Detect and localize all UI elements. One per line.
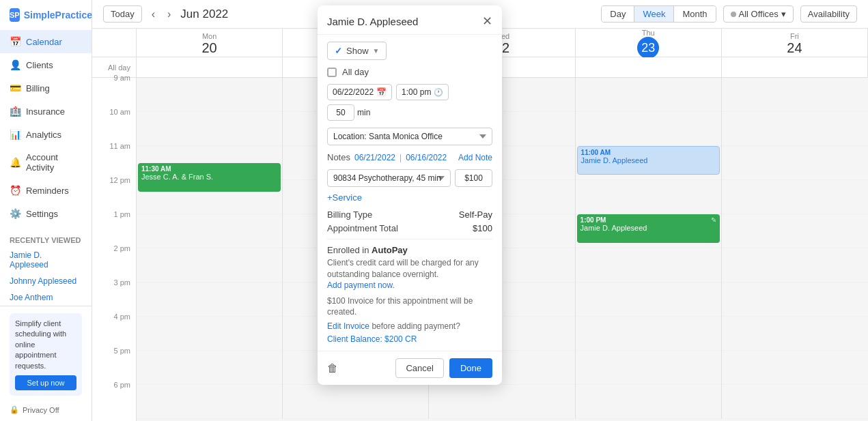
show-arrow-icon: ▼ <box>373 47 380 55</box>
recently-viewed-link-2[interactable]: Joe Anthem <box>0 289 92 306</box>
analytics-icon: 📊 <box>10 129 20 140</box>
hour-6-mon <box>137 385 282 419</box>
sidebar-item-calendar[interactable]: 📅 Calendar <box>0 30 92 53</box>
event-block-thu-1100[interactable]: 11:00 AM Jamie D. Appleseed <box>577 146 720 175</box>
location-row: Location: Santa Monica Office <box>327 128 492 145</box>
duration-input[interactable] <box>327 104 354 121</box>
done-button[interactable]: Done <box>449 358 492 378</box>
calendar-icon: 📅 <box>10 36 20 47</box>
time-5pm: 5 pm <box>92 351 136 385</box>
location-select[interactable]: Location: Santa Monica Office <box>327 128 492 145</box>
availability-button[interactable]: Availability <box>800 5 857 23</box>
calendar-title: Jun 2022 <box>180 8 228 21</box>
notes-date1-link[interactable]: 06/21/2022 <box>354 153 395 162</box>
tab-month[interactable]: Month <box>673 6 715 22</box>
clients-icon: 👤 <box>10 59 20 70</box>
autopay-section: Enrolled in AutoPay Client's credit card… <box>327 245 492 290</box>
sidebar-item-billing[interactable]: 💳 Billing <box>0 76 92 100</box>
offices-button[interactable]: All Offices ▾ <box>723 5 794 23</box>
sidebar-item-settings[interactable]: ⚙️ Settings <box>0 202 92 225</box>
allday-checkbox[interactable] <box>327 68 337 77</box>
time-input[interactable]: 1:00 pm 🕐 <box>396 84 449 100</box>
delete-button[interactable]: 🗑 <box>327 362 338 375</box>
hour-5-mon <box>137 351 282 385</box>
modal-close-button[interactable]: ✕ <box>482 14 492 29</box>
time-12pm: 12 pm <box>92 180 136 214</box>
cal-grid-scroll[interactable]: 11:30 AM Jesse C. A. & Fran S. <box>137 78 868 421</box>
date-input[interactable]: 06/22/2022 📅 <box>327 84 392 100</box>
datetime-row: 06/22/2022 📅 1:00 pm 🕐 min <box>327 84 492 121</box>
edit-invoice-link[interactable]: Edit Invoice <box>327 321 369 331</box>
next-arrow[interactable]: › <box>165 7 173 22</box>
add-payment-link[interactable]: Add payment now. <box>327 280 492 290</box>
recently-viewed-link-0[interactable]: Jamie D. Appleseed <box>0 247 92 273</box>
recently-viewed-link-1[interactable]: Johnny Appleseed <box>0 273 92 289</box>
notes-date2-link[interactable]: 06/16/2022 <box>406 153 447 162</box>
add-note-button[interactable]: Add Note <box>458 153 492 162</box>
event-edit-icon: ✎ <box>711 216 716 224</box>
reminders-icon: ⏰ <box>10 185 20 196</box>
calendar-input-icon: 📅 <box>376 87 387 97</box>
modal-footer: 🗑 Cancel Done <box>318 351 502 385</box>
price-input[interactable] <box>455 169 492 187</box>
time-10am: 10 am <box>92 112 136 146</box>
time-4pm: 4 pm <box>92 317 136 351</box>
today-button[interactable]: Today <box>103 5 142 23</box>
sidebar-item-analytics[interactable]: 📊 Analytics <box>0 123 92 146</box>
modal-title: Jamie D. Appleseed <box>327 16 418 27</box>
time-1pm: 1 pm <box>92 214 136 248</box>
event-name: Jamie D. Appleseed <box>581 156 716 164</box>
event-time: 1:00 PM <box>580 216 606 224</box>
show-button[interactable]: ✓ Show ▼ <box>327 42 387 60</box>
tab-week[interactable]: Week <box>634 6 673 22</box>
sidebar-item-label: Insurance <box>26 106 65 117</box>
time-11am: 11 am <box>92 146 136 180</box>
sidebar-item-reminders[interactable]: ⏰ Reminders <box>0 179 92 202</box>
event-block-thu-100[interactable]: 1:00 PM ✎ Jamie D. Appleseed <box>577 214 720 243</box>
cancel-button[interactable]: Cancel <box>395 358 443 378</box>
add-service-btn[interactable]: +Service <box>327 192 362 203</box>
time-6pm: 6 pm <box>92 385 136 419</box>
recently-viewed-label: Recently Viewed <box>0 229 92 247</box>
event-block-mon-1130[interactable]: 11:30 AM Jesse C. A. & Fran S. <box>138 163 281 192</box>
tab-day[interactable]: Day <box>602 6 634 22</box>
day-header-thu: Thu 23 <box>576 29 722 59</box>
divider <box>327 239 492 239</box>
day-col-fri[interactable] <box>722 78 868 419</box>
day-col-thu[interactable]: 11:00 AM Jamie D. Appleseed 1:00 PM ✎ Ja… <box>576 78 722 419</box>
account-icon: 🔔 <box>10 157 20 168</box>
service-select[interactable]: 90834 Psychotherapy, 45 min <box>327 169 451 187</box>
privacy-off[interactable]: 🔒 Privacy Off <box>10 401 82 414</box>
sidebar-item-insurance[interactable]: 🏥 Insurance <box>0 100 92 123</box>
recently-viewed-section: Recently Viewed Jamie D. Appleseed Johnn… <box>0 229 92 306</box>
service-row: 90834 Psychotherapy, 45 min <box>327 169 492 187</box>
modal-body: ✓ Show ▼ All day 06/22/2022 📅 1:00 <box>318 35 502 351</box>
billing-icon: 💳 <box>10 83 20 93</box>
sidebar-logo[interactable]: SP SimplePractice <box>0 0 92 30</box>
time-2pm: 2 pm <box>92 248 136 282</box>
appointment-total-label: Appointment Total <box>327 223 398 233</box>
sidebar-promo: Simplify client scheduling with online a… <box>10 313 82 396</box>
appointment-total-value: $100 <box>473 223 492 233</box>
event-time: 11:00 AM <box>581 149 716 156</box>
settings-icon: ⚙️ <box>10 208 20 219</box>
autopay-title: Enrolled in AutoPay <box>327 245 492 255</box>
hour-10-mon <box>137 112 282 146</box>
prev-arrow[interactable]: ‹ <box>149 7 158 22</box>
client-balance[interactable]: Client Balance: $200 CR <box>327 334 492 344</box>
sidebar-item-label: Billing <box>26 83 50 93</box>
hour-1-mon <box>137 214 282 248</box>
show-checkmark: ✓ <box>335 46 342 56</box>
setup-button[interactable]: Set up now <box>15 375 76 390</box>
billing-type-label: Billing Type <box>327 209 372 220</box>
notes-separator: | <box>400 153 402 162</box>
sidebar-item-clients[interactable]: 👤 Clients <box>0 53 92 76</box>
sidebar-item-label: Account Activity <box>26 152 82 173</box>
show-label: Show <box>346 46 369 56</box>
sidebar-item-account-activity[interactable]: 🔔 Account Activity <box>0 146 92 179</box>
allday-thu <box>576 57 722 77</box>
offices-dot-icon <box>731 12 736 17</box>
day-header-mon: Mon 20 <box>137 29 283 59</box>
day-col-mon[interactable]: 11:30 AM Jesse C. A. & Fran S. <box>137 78 283 419</box>
view-tabs: Day Week Month <box>601 5 716 23</box>
